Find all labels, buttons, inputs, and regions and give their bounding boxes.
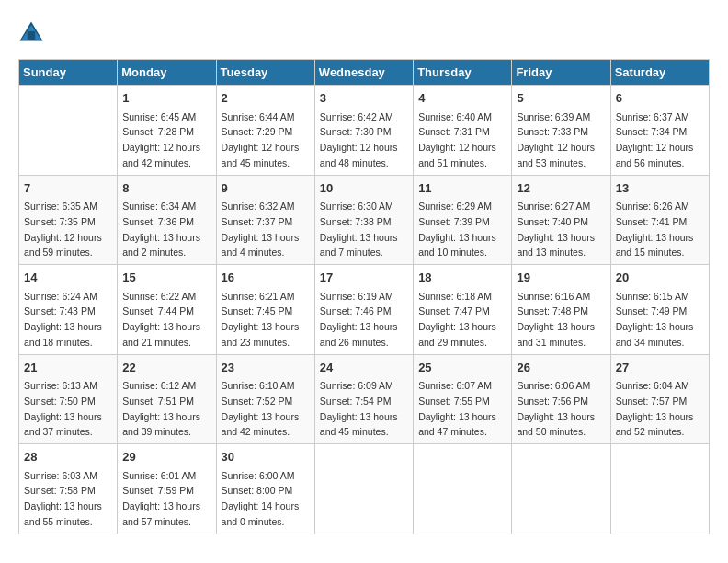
day-number: 25 xyxy=(418,359,506,377)
svg-rect-2 xyxy=(28,31,35,40)
day-info-line: Sunrise: 6:12 AM xyxy=(122,380,196,391)
weekday-header-wednesday: Wednesday xyxy=(314,60,413,86)
day-info-line: and 45 minutes. xyxy=(222,157,290,168)
day-info-line: Sunset: 7:51 PM xyxy=(122,396,194,407)
day-number: 12 xyxy=(517,179,605,198)
day-info-line: and 42 minutes. xyxy=(222,426,290,437)
weekday-header-friday: Friday xyxy=(512,60,610,86)
day-info-line: Sunset: 7:57 PM xyxy=(616,396,688,407)
day-info-line: Sunrise: 6:07 AM xyxy=(418,380,492,391)
day-number: 13 xyxy=(616,179,704,198)
calendar-cell-w3d1: 22Sunrise: 6:12 AMSunset: 7:51 PMDayligh… xyxy=(118,354,216,444)
calendar-cell-w1d2: 9Sunrise: 6:32 AMSunset: 7:37 PMDaylight… xyxy=(216,175,314,265)
day-info-line: Sunrise: 6:04 AM xyxy=(616,380,689,391)
day-info-line: Daylight: 12 hours xyxy=(616,142,694,153)
day-info-line: and 42 minutes. xyxy=(122,157,191,168)
day-info-line: and 31 minutes. xyxy=(517,337,586,348)
day-info-line: Sunset: 7:46 PM xyxy=(320,305,392,316)
day-info-line: Sunset: 7:43 PM xyxy=(24,305,96,316)
day-number: 18 xyxy=(418,269,506,287)
calendar-cell-w0d6: 6Sunrise: 6:37 AMSunset: 7:34 PMDaylight… xyxy=(610,86,709,176)
day-info-line: Sunset: 8:00 PM xyxy=(222,485,293,496)
day-number: 21 xyxy=(24,359,112,377)
day-info-line: Sunrise: 6:06 AM xyxy=(517,380,590,391)
day-info-line: Sunrise: 6:19 AM xyxy=(320,291,393,302)
calendar-cell-w1d1: 8Sunrise: 6:34 AMSunset: 7:36 PMDaylight… xyxy=(118,175,216,265)
day-info-line: Daylight: 13 hours xyxy=(320,411,398,422)
day-number: 1 xyxy=(122,89,210,108)
day-info-line: Daylight: 13 hours xyxy=(222,411,300,422)
day-info-line: Sunrise: 6:42 AM xyxy=(320,111,393,122)
day-info-line: Sunset: 7:37 PM xyxy=(222,216,293,227)
day-number: 11 xyxy=(418,179,506,198)
day-info-line: Daylight: 13 hours xyxy=(222,232,300,243)
day-info-line: Daylight: 13 hours xyxy=(418,411,496,422)
day-info-line: Daylight: 13 hours xyxy=(24,500,102,511)
day-info-line: Sunrise: 6:40 AM xyxy=(418,111,492,122)
day-info-line: and 37 minutes. xyxy=(24,426,93,437)
day-number: 9 xyxy=(222,179,310,198)
day-info-line: and 50 minutes. xyxy=(517,426,586,437)
weekday-header-sunday: Sunday xyxy=(19,60,118,86)
day-number: 8 xyxy=(122,179,210,198)
day-info-line: and 53 minutes. xyxy=(517,157,586,168)
calendar-cell-w4d2: 30Sunrise: 6:00 AMSunset: 8:00 PMDayligh… xyxy=(216,444,314,534)
day-number: 26 xyxy=(517,359,605,377)
day-number: 30 xyxy=(222,448,310,466)
day-number: 5 xyxy=(517,89,605,108)
day-info-line: and 10 minutes. xyxy=(418,247,487,258)
day-number: 3 xyxy=(320,89,408,108)
day-info-line: Sunrise: 6:16 AM xyxy=(517,291,590,302)
day-info-line: and 47 minutes. xyxy=(418,426,487,437)
day-info-line: Daylight: 13 hours xyxy=(616,321,694,332)
calendar-cell-w0d3: 3Sunrise: 6:42 AMSunset: 7:30 PMDaylight… xyxy=(314,86,413,176)
day-info-line: Sunset: 7:35 PM xyxy=(24,216,96,227)
day-info-line: Daylight: 13 hours xyxy=(122,500,200,511)
day-info-line: Daylight: 13 hours xyxy=(122,411,200,422)
calendar-cell-w2d1: 15Sunrise: 6:22 AMSunset: 7:44 PMDayligh… xyxy=(118,265,216,355)
day-info-line: Sunrise: 6:21 AM xyxy=(222,291,295,302)
day-number: 23 xyxy=(222,359,310,377)
calendar-cell-w3d2: 23Sunrise: 6:10 AMSunset: 7:52 PMDayligh… xyxy=(216,354,314,444)
day-info-line: and 13 minutes. xyxy=(517,247,586,258)
day-info-line: Sunset: 7:56 PM xyxy=(517,396,588,407)
day-info-line: Daylight: 12 hours xyxy=(222,142,300,153)
day-info-line: Sunrise: 6:34 AM xyxy=(122,201,196,212)
day-info-line: and 57 minutes. xyxy=(122,516,191,527)
day-info-line: Sunset: 7:39 PM xyxy=(418,216,490,227)
day-number: 27 xyxy=(616,359,704,377)
day-info-line: Daylight: 13 hours xyxy=(320,321,398,332)
day-info-line: Sunset: 7:59 PM xyxy=(122,485,194,496)
calendar-table: SundayMondayTuesdayWednesdayThursdayFrid… xyxy=(18,59,710,534)
day-info-line: Daylight: 12 hours xyxy=(418,142,496,153)
calendar-cell-w2d0: 14Sunrise: 6:24 AMSunset: 7:43 PMDayligh… xyxy=(19,265,118,355)
day-info-line: and 51 minutes. xyxy=(418,157,487,168)
day-number: 2 xyxy=(222,89,310,108)
day-info-line: and 23 minutes. xyxy=(222,337,290,348)
calendar-cell-w0d1: 1Sunrise: 6:45 AMSunset: 7:28 PMDaylight… xyxy=(118,86,216,176)
day-info-line: Sunrise: 6:37 AM xyxy=(616,111,689,122)
day-info-line: and 15 minutes. xyxy=(616,247,685,258)
day-info-line: Daylight: 13 hours xyxy=(122,232,200,243)
day-info-line: Daylight: 13 hours xyxy=(122,321,200,332)
calendar-cell-w1d5: 12Sunrise: 6:27 AMSunset: 7:40 PMDayligh… xyxy=(512,175,610,265)
day-info-line: Sunrise: 6:44 AM xyxy=(222,111,295,122)
day-info-line: Sunset: 7:34 PM xyxy=(616,126,688,137)
day-info-line: Sunrise: 6:32 AM xyxy=(222,201,295,212)
day-number: 20 xyxy=(616,269,704,287)
day-info-line: Daylight: 13 hours xyxy=(222,321,300,332)
day-number: 10 xyxy=(320,179,408,198)
day-number: 16 xyxy=(222,269,310,287)
calendar-cell-w1d4: 11Sunrise: 6:29 AMSunset: 7:39 PMDayligh… xyxy=(414,175,512,265)
day-info-line: Daylight: 13 hours xyxy=(616,232,694,243)
day-info-line: and 4 minutes. xyxy=(222,247,285,258)
day-info-line: Sunrise: 6:18 AM xyxy=(418,291,492,302)
day-info-line: Sunrise: 6:30 AM xyxy=(320,201,393,212)
day-info-line: Daylight: 13 hours xyxy=(517,321,595,332)
day-info-line: Daylight: 13 hours xyxy=(418,232,496,243)
calendar-cell-w2d6: 20Sunrise: 6:15 AMSunset: 7:49 PMDayligh… xyxy=(610,265,709,355)
calendar-cell-w4d3 xyxy=(314,444,413,534)
calendar-cell-w0d4: 4Sunrise: 6:40 AMSunset: 7:31 PMDaylight… xyxy=(414,86,512,176)
day-number: 4 xyxy=(418,89,506,108)
calendar-cell-w4d5 xyxy=(512,444,610,534)
